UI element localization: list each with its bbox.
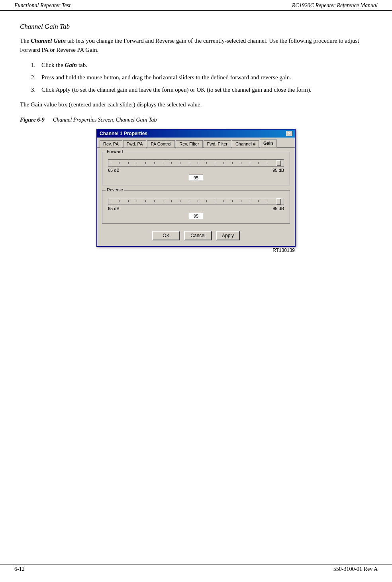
figure-title: Channel Properties Screen, Channel Gain … xyxy=(46,117,157,123)
step-3: 3. Click Apply (to set the channel gain … xyxy=(31,85,372,94)
forward-slider-container: 65 dB 95 dB 95 xyxy=(106,159,286,181)
close-button[interactable]: ✕ xyxy=(286,131,292,136)
main-content: Channel Gain Tab The Channel Gain tab le… xyxy=(0,11,392,287)
footer-left: 6-12 xyxy=(14,566,25,572)
tab-rev-pa[interactable]: Rev. PA xyxy=(100,140,122,147)
forward-group: Forward xyxy=(102,152,290,185)
forward-max-label: 95 dB xyxy=(272,168,284,173)
step-2-num: 2. xyxy=(31,73,41,82)
step-1-text: Click the Gain tab. xyxy=(41,61,372,70)
step-2-text: Press and hold the mouse button, and dra… xyxy=(41,73,372,82)
reverse-slider-track[interactable] xyxy=(108,198,284,205)
reverse-value-box: 95 xyxy=(189,213,203,219)
summary-paragraph: The Gain value box (centered under each … xyxy=(20,100,372,109)
intro-paragraph: The Channel Gain tab lets you change the… xyxy=(20,36,372,55)
step-3-text: Click Apply (to set the channel gain and… xyxy=(41,85,372,94)
forward-min-label: 65 dB xyxy=(108,168,120,173)
channel-gain-bold: Channel Gain xyxy=(31,37,66,44)
dialog-window: Channel 1 Properties ✕ Rev. PA Fwd. PA P… xyxy=(96,129,296,247)
figure-label: Figure 6-9 xyxy=(20,117,45,123)
dialog-titlebar: Channel 1 Properties ✕ xyxy=(97,130,295,138)
step-2: 2. Press and hold the mouse button, and … xyxy=(31,73,372,82)
tab-fwd-filter[interactable]: Fwd. Filter xyxy=(204,140,231,147)
rt-number: RT130139 xyxy=(96,248,295,253)
header-right: RC1920C Repeater Reference Manual xyxy=(292,2,378,9)
step-3-num: 3. xyxy=(31,85,41,94)
step-1-num: 1. xyxy=(31,61,41,70)
section-heading: Channel Gain Tab xyxy=(20,23,372,31)
reverse-min-label: 65 dB xyxy=(108,206,120,211)
dialog-buttons: OK Cancel Apply xyxy=(102,228,290,242)
tab-pa-control[interactable]: PA Control xyxy=(147,140,175,147)
tab-channel-num[interactable]: Channel # xyxy=(232,140,259,147)
cancel-button[interactable]: Cancel xyxy=(184,231,212,240)
forward-slider-thumb[interactable] xyxy=(276,160,281,166)
steps-list: 1. Click the Gain tab. 2. Press and hold… xyxy=(31,61,372,95)
figure-caption: Figure 6-9 Channel Properties Screen, Ch… xyxy=(20,117,372,123)
step-1: 1. Click the Gain tab. xyxy=(31,61,372,70)
tab-rev-filter[interactable]: Rev. Filter xyxy=(176,140,202,147)
forward-slider-labels: 65 dB 95 dB xyxy=(108,168,284,173)
reverse-max-label: 95 dB xyxy=(272,206,284,211)
reverse-slider-thumb[interactable] xyxy=(276,198,281,204)
forward-group-label: Forward xyxy=(106,149,124,154)
tab-fwd-pa[interactable]: Fwd. PA xyxy=(123,140,147,147)
apply-button[interactable]: Apply xyxy=(216,231,240,240)
reverse-group-label: Reverse xyxy=(106,187,124,192)
dialog-title: Channel 1 Properties xyxy=(100,131,147,136)
page-header: Functional Repeater Test RC1920C Repeate… xyxy=(0,0,392,11)
footer-right: 550-3100-01 Rev A xyxy=(333,566,378,572)
reverse-slider-container: 65 dB 95 dB 95 xyxy=(106,198,286,219)
ok-button[interactable]: OK xyxy=(152,231,180,240)
forward-value-box: 95 xyxy=(189,175,203,181)
dialog-body: Forward xyxy=(97,148,295,246)
reverse-group: Reverse xyxy=(102,190,290,224)
dialog-container: Channel 1 Properties ✕ Rev. PA Fwd. PA P… xyxy=(20,129,372,253)
forward-slider-track[interactable] xyxy=(108,159,284,167)
page-footer: 6-12 550-3100-01 Rev A xyxy=(0,564,392,575)
header-left: Functional Repeater Test xyxy=(14,2,71,9)
reverse-slider-labels: 65 dB 95 dB xyxy=(108,206,284,211)
dialog-tabbar: Rev. PA Fwd. PA PA Control Rev. Filter F… xyxy=(97,138,295,148)
tab-gain[interactable]: Gain xyxy=(260,140,276,147)
